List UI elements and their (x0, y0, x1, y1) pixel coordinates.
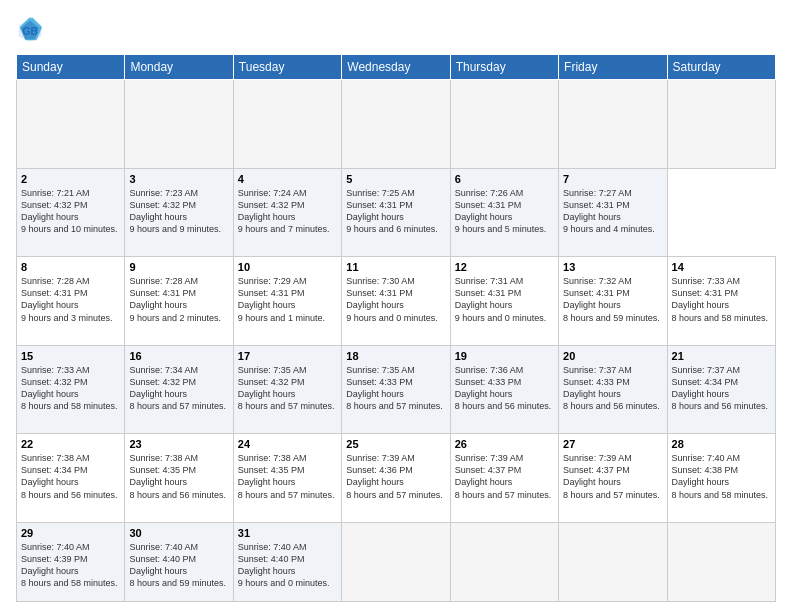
day-info: Sunrise: 7:39 AM Sunset: 4:37 PM Dayligh… (455, 452, 554, 501)
sunset-label: Sunset: 4:33 PM (346, 377, 413, 387)
calendar-cell: 20 Sunrise: 7:37 AM Sunset: 4:33 PM Dayl… (559, 345, 667, 434)
calendar-cell (667, 522, 775, 601)
sunrise-label: Sunrise: 7:28 AM (21, 276, 90, 286)
sunrise-label: Sunrise: 7:28 AM (129, 276, 198, 286)
calendar-cell: 15 Sunrise: 7:33 AM Sunset: 4:32 PM Dayl… (17, 345, 125, 434)
daylight-value: 9 hours and 3 minutes. (21, 313, 113, 323)
sunset-label: Sunset: 4:35 PM (238, 465, 305, 475)
daylight-label: Daylight hours (672, 300, 730, 310)
calendar-week-6: 29 Sunrise: 7:40 AM Sunset: 4:39 PM Dayl… (17, 522, 776, 601)
daylight-label: Daylight hours (346, 477, 404, 487)
day-number: 9 (129, 261, 228, 273)
calendar-cell: 7 Sunrise: 7:27 AM Sunset: 4:31 PM Dayli… (559, 168, 667, 257)
col-sunday: Sunday (17, 55, 125, 80)
sunrise-label: Sunrise: 7:29 AM (238, 276, 307, 286)
sunset-label: Sunset: 4:31 PM (563, 288, 630, 298)
calendar-cell (125, 80, 233, 169)
day-number: 20 (563, 350, 662, 362)
col-friday: Friday (559, 55, 667, 80)
daylight-label: Daylight hours (455, 389, 513, 399)
sunset-label: Sunset: 4:37 PM (455, 465, 522, 475)
sunrise-label: Sunrise: 7:32 AM (563, 276, 632, 286)
daylight-label: Daylight hours (238, 389, 296, 399)
day-number: 15 (21, 350, 120, 362)
sunrise-label: Sunrise: 7:23 AM (129, 188, 198, 198)
daylight-value: 9 hours and 5 minutes. (455, 224, 547, 234)
sunrise-label: Sunrise: 7:40 AM (672, 453, 741, 463)
sunset-label: Sunset: 4:31 PM (129, 288, 196, 298)
day-info: Sunrise: 7:32 AM Sunset: 4:31 PM Dayligh… (563, 275, 662, 324)
day-number: 29 (21, 527, 120, 539)
daylight-value: 8 hours and 58 minutes. (672, 490, 769, 500)
daylight-value: 9 hours and 10 minutes. (21, 224, 118, 234)
day-info: Sunrise: 7:40 AM Sunset: 4:40 PM Dayligh… (238, 541, 337, 590)
sunset-label: Sunset: 4:31 PM (672, 288, 739, 298)
calendar-cell: 21 Sunrise: 7:37 AM Sunset: 4:34 PM Dayl… (667, 345, 775, 434)
day-info: Sunrise: 7:39 AM Sunset: 4:36 PM Dayligh… (346, 452, 445, 501)
daylight-value: 8 hours and 57 minutes. (238, 401, 335, 411)
calendar-cell: 30 Sunrise: 7:40 AM Sunset: 4:40 PM Dayl… (125, 522, 233, 601)
calendar-week-1 (17, 80, 776, 169)
svg-text:GB: GB (23, 26, 38, 37)
sunset-label: Sunset: 4:31 PM (455, 200, 522, 210)
sunrise-label: Sunrise: 7:40 AM (21, 542, 90, 552)
calendar-cell: 10 Sunrise: 7:29 AM Sunset: 4:31 PM Dayl… (233, 257, 341, 346)
sunrise-label: Sunrise: 7:40 AM (238, 542, 307, 552)
day-info: Sunrise: 7:34 AM Sunset: 4:32 PM Dayligh… (129, 364, 228, 413)
calendar-cell: 3 Sunrise: 7:23 AM Sunset: 4:32 PM Dayli… (125, 168, 233, 257)
daylight-value: 8 hours and 57 minutes. (129, 401, 226, 411)
daylight-value: 9 hours and 1 minute. (238, 313, 325, 323)
sunrise-label: Sunrise: 7:36 AM (455, 365, 524, 375)
sunrise-label: Sunrise: 7:27 AM (563, 188, 632, 198)
calendar-table: Sunday Monday Tuesday Wednesday Thursday… (16, 54, 776, 602)
daylight-value: 8 hours and 58 minutes. (21, 401, 118, 411)
day-number: 16 (129, 350, 228, 362)
calendar-cell: 2 Sunrise: 7:21 AM Sunset: 4:32 PM Dayli… (17, 168, 125, 257)
day-info: Sunrise: 7:31 AM Sunset: 4:31 PM Dayligh… (455, 275, 554, 324)
calendar-cell: 28 Sunrise: 7:40 AM Sunset: 4:38 PM Dayl… (667, 434, 775, 523)
day-info: Sunrise: 7:40 AM Sunset: 4:38 PM Dayligh… (672, 452, 771, 501)
daylight-label: Daylight hours (346, 300, 404, 310)
sunset-label: Sunset: 4:32 PM (21, 200, 88, 210)
day-number: 26 (455, 438, 554, 450)
day-info: Sunrise: 7:35 AM Sunset: 4:33 PM Dayligh… (346, 364, 445, 413)
sunset-label: Sunset: 4:36 PM (346, 465, 413, 475)
day-info: Sunrise: 7:40 AM Sunset: 4:40 PM Dayligh… (129, 541, 228, 590)
calendar-cell: 6 Sunrise: 7:26 AM Sunset: 4:31 PM Dayli… (450, 168, 558, 257)
day-info: Sunrise: 7:27 AM Sunset: 4:31 PM Dayligh… (563, 187, 662, 236)
daylight-value: 8 hours and 56 minutes. (455, 401, 552, 411)
day-info: Sunrise: 7:28 AM Sunset: 4:31 PM Dayligh… (129, 275, 228, 324)
day-number: 5 (346, 173, 445, 185)
daylight-value: 8 hours and 58 minutes. (21, 578, 118, 588)
day-info: Sunrise: 7:33 AM Sunset: 4:32 PM Dayligh… (21, 364, 120, 413)
day-info: Sunrise: 7:37 AM Sunset: 4:33 PM Dayligh… (563, 364, 662, 413)
sunset-label: Sunset: 4:33 PM (455, 377, 522, 387)
sunrise-label: Sunrise: 7:33 AM (21, 365, 90, 375)
daylight-value: 9 hours and 4 minutes. (563, 224, 655, 234)
daylight-value: 9 hours and 9 minutes. (129, 224, 221, 234)
day-number: 2 (21, 173, 120, 185)
daylight-value: 8 hours and 57 minutes. (346, 490, 443, 500)
sunrise-label: Sunrise: 7:40 AM (129, 542, 198, 552)
calendar-header-row: Sunday Monday Tuesday Wednesday Thursday… (17, 55, 776, 80)
day-number: 18 (346, 350, 445, 362)
daylight-value: 8 hours and 58 minutes. (672, 313, 769, 323)
daylight-value: 8 hours and 57 minutes. (346, 401, 443, 411)
sunset-label: Sunset: 4:38 PM (672, 465, 739, 475)
daylight-label: Daylight hours (129, 212, 187, 222)
day-number: 22 (21, 438, 120, 450)
calendar-cell (450, 522, 558, 601)
daylight-value: 9 hours and 2 minutes. (129, 313, 221, 323)
daylight-label: Daylight hours (238, 566, 296, 576)
daylight-value: 8 hours and 56 minutes. (21, 490, 118, 500)
calendar-cell: 23 Sunrise: 7:38 AM Sunset: 4:35 PM Dayl… (125, 434, 233, 523)
daylight-label: Daylight hours (129, 300, 187, 310)
day-number: 30 (129, 527, 228, 539)
day-info: Sunrise: 7:29 AM Sunset: 4:31 PM Dayligh… (238, 275, 337, 324)
day-number: 11 (346, 261, 445, 273)
sunset-label: Sunset: 4:33 PM (563, 377, 630, 387)
sunset-label: Sunset: 4:37 PM (563, 465, 630, 475)
sunset-label: Sunset: 4:39 PM (21, 554, 88, 564)
day-number: 28 (672, 438, 771, 450)
sunset-label: Sunset: 4:35 PM (129, 465, 196, 475)
